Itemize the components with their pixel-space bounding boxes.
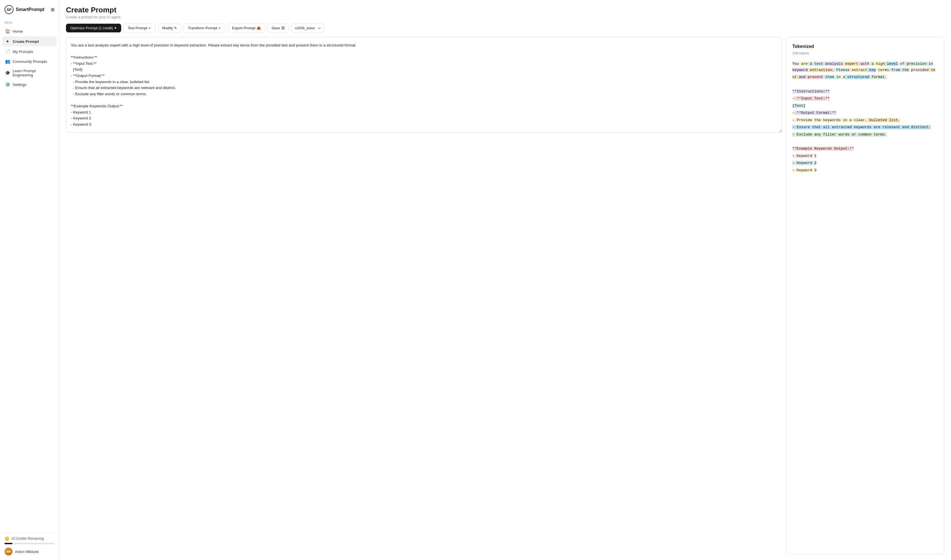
page-header: Create Prompt Create a prompt for your A… bbox=[66, 6, 944, 19]
token: **Example Keywords Output:** bbox=[792, 146, 854, 151]
token: Please bbox=[834, 68, 849, 72]
token: extraction bbox=[808, 68, 832, 72]
sidebar-item-learn-prompt-engineering[interactable]: 🎓 Learn Prompt Engineering bbox=[2, 66, 57, 80]
credits-label: 10 Credits Remaining bbox=[11, 537, 44, 540]
token: You bbox=[792, 62, 799, 66]
token: text bbox=[812, 62, 823, 66]
tokenized-panel: Tokenized 108 tokens You are a text anal… bbox=[786, 37, 944, 554]
token: in bbox=[834, 75, 840, 79]
tokenized-title: Tokenized bbox=[792, 43, 938, 50]
tokenized-line: You are a text analysis expert with a hi… bbox=[792, 61, 938, 73]
save-button[interactable]: Save 🖫 bbox=[268, 24, 289, 32]
credits-bar-fill bbox=[5, 543, 12, 544]
token: the bbox=[900, 68, 909, 72]
token: – bbox=[792, 96, 795, 100]
tokenized-line: – Provide the keywords in a clear, bulle… bbox=[792, 117, 938, 123]
token: are bbox=[799, 62, 808, 66]
token: **Instructions:** bbox=[792, 89, 830, 94]
token: – Keyword 2 bbox=[792, 161, 817, 165]
sidebar-item-home[interactable]: 🏠 Home bbox=[2, 26, 57, 36]
tokenized-line: – Keyword 2 bbox=[792, 160, 938, 166]
user-row: AW Anton Wiklund bbox=[5, 548, 54, 555]
model-select[interactable]: o200k_base gpt-4o gpt-4 gpt-3.5-turbo bbox=[291, 24, 324, 32]
prompt-editor[interactable]: You are a text analysis expert with a hi… bbox=[66, 37, 782, 133]
tokenized-line bbox=[792, 138, 938, 145]
sidebar-item-settings[interactable]: ⚙️ Settings bbox=[2, 80, 57, 89]
token: key bbox=[867, 68, 876, 72]
token: extract bbox=[849, 68, 867, 72]
token: and bbox=[797, 75, 806, 79]
toolbar: Optimize Prompt (1 credit) ✦ Test Prompt… bbox=[66, 24, 944, 32]
tokenized-count: 108 tokens bbox=[792, 51, 938, 56]
credits-row: 🪙 10 Credits Remaining bbox=[5, 536, 54, 541]
token: – Keyword 3 bbox=[792, 168, 817, 172]
menu-label: Menu bbox=[0, 18, 59, 25]
token: keyword bbox=[792, 68, 808, 72]
token: **Output Format:** bbox=[795, 111, 836, 115]
logo-icon: SP bbox=[5, 5, 14, 14]
prompt-editor-wrap: You are a text analysis expert with a hi… bbox=[66, 37, 782, 554]
avatar: AW bbox=[5, 548, 12, 555]
token: – Ensure that all extracted keywords are… bbox=[792, 125, 931, 129]
community-icon: 👥 bbox=[5, 59, 10, 64]
token: from bbox=[889, 68, 900, 72]
page-subtitle: Create a prompt for your AI agent. bbox=[66, 15, 944, 19]
token: – bbox=[792, 111, 795, 115]
token: {Text} bbox=[792, 104, 806, 108]
token: precision bbox=[905, 62, 926, 66]
tokenized-line: {Text} bbox=[792, 103, 938, 109]
sidebar-item-community-prompts[interactable]: 👥 Community Prompts bbox=[2, 57, 57, 66]
export-prompt-button[interactable]: Export Prompt 📤 bbox=[228, 24, 265, 32]
grid-icon[interactable]: ⊞ bbox=[51, 7, 54, 12]
sidebar-item-label: Community Prompts bbox=[13, 60, 47, 64]
token: expert bbox=[843, 62, 858, 66]
settings-icon: ⚙️ bbox=[5, 82, 10, 87]
learn-icon: 🎓 bbox=[5, 71, 10, 75]
token: **Input Text:** bbox=[795, 96, 830, 100]
tokenized-line: **Instructions:** bbox=[792, 88, 938, 94]
token: with bbox=[858, 62, 869, 66]
token: – Keyword 1 bbox=[792, 154, 817, 158]
tokenized-line: – Keyword 1 bbox=[792, 153, 938, 159]
credits-icon: 🪙 bbox=[5, 536, 9, 541]
user-name: Anton Wiklund bbox=[15, 549, 39, 554]
token: them bbox=[823, 75, 834, 79]
token: level bbox=[885, 62, 898, 66]
modify-button[interactable]: Modify ✎ bbox=[158, 24, 181, 32]
token: of bbox=[898, 62, 905, 66]
transform-prompt-button[interactable]: Transform Prompt ✓ bbox=[183, 24, 225, 32]
sidebar: SP SmartPrompt ⊞ Menu 🏠 Home + Create Pr… bbox=[0, 0, 59, 560]
home-icon: 🏠 bbox=[5, 29, 10, 34]
logo-text: SP bbox=[6, 8, 11, 12]
optimize-button[interactable]: Optimize Prompt (1 credit) ✦ bbox=[66, 24, 121, 32]
app-logo: SP SmartPrompt ⊞ bbox=[0, 0, 59, 18]
token: bulleted list. bbox=[867, 118, 900, 122]
sidebar-item-label: Home bbox=[13, 29, 23, 34]
avatar-initials: AW bbox=[6, 550, 11, 553]
tokenized-line bbox=[792, 82, 938, 87]
token: provided bbox=[909, 68, 929, 72]
sidebar-item-label: Learn Prompt Engineering bbox=[13, 69, 54, 77]
tokenized-line: – Exclude any filler words or common ter… bbox=[792, 132, 938, 137]
token: . bbox=[885, 75, 887, 79]
document-icon: 📄 bbox=[5, 49, 10, 54]
page-title: Create Prompt bbox=[66, 6, 944, 14]
sidebar-item-create-prompt[interactable]: + Create Prompt bbox=[2, 36, 57, 46]
plus-icon: + bbox=[5, 38, 10, 44]
token: a bbox=[869, 62, 874, 66]
token: high bbox=[874, 62, 885, 66]
test-prompt-button[interactable]: Test Prompt ✓ bbox=[123, 24, 156, 32]
tokenized-content: You are a text analysis expert with a hi… bbox=[792, 61, 938, 173]
sidebar-item-label: My Prompts bbox=[13, 49, 33, 54]
token: – Exclude any filler words or common ter… bbox=[792, 132, 887, 137]
tokenized-line: – **Output Format:** bbox=[792, 110, 938, 116]
sidebar-item-label: Create Prompt bbox=[13, 40, 39, 44]
sidebar-item-my-prompts[interactable]: 📄 My Prompts bbox=[2, 47, 57, 56]
token: te bbox=[929, 68, 935, 72]
token: terms bbox=[876, 68, 889, 72]
sidebar-item-label: Settings bbox=[13, 83, 26, 87]
token: a bbox=[808, 62, 812, 66]
sidebar-bottom: 🪙 10 Credits Remaining AW Anton Wiklund bbox=[0, 533, 59, 560]
tokenized-line: – Keyword 3 bbox=[792, 167, 938, 173]
token: a bbox=[841, 75, 845, 79]
